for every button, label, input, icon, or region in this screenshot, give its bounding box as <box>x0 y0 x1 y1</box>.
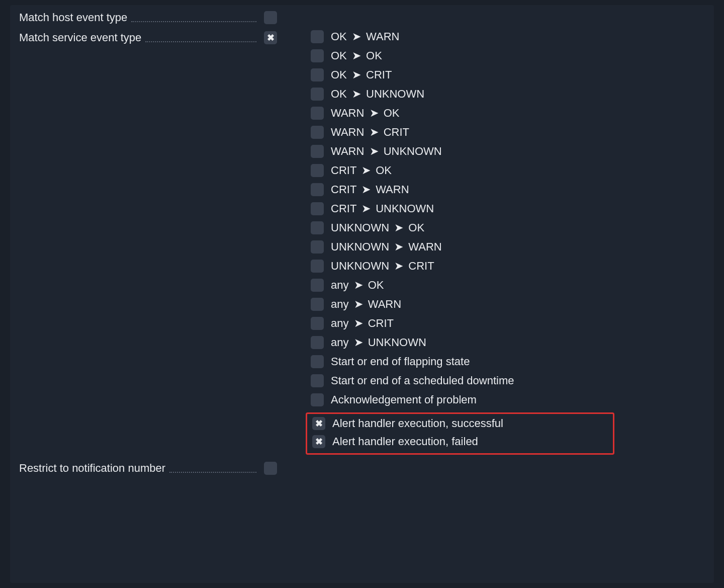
restrict-notif-toggle[interactable] <box>264 462 277 475</box>
service-option-checkbox-8[interactable] <box>311 183 324 196</box>
option-label: WARN ➤ OK <box>331 107 399 120</box>
service-option-checkbox-12[interactable] <box>311 260 324 273</box>
option-item: OK ➤ OK <box>311 49 705 62</box>
option-item: WARN ➤ CRIT <box>311 126 705 139</box>
option-item: any ➤ WARN <box>311 298 705 311</box>
row-match-host: Match host event type <box>19 10 705 24</box>
option-label: CRIT ➤ OK <box>331 164 392 177</box>
service-extra-checkbox-1[interactable] <box>311 374 324 387</box>
toggle-col <box>260 30 281 44</box>
arrow-icon: ➤ <box>354 336 363 349</box>
toggle-col <box>260 461 281 475</box>
option-item: UNKNOWN ➤ CRIT <box>311 260 705 273</box>
option-label: any ➤ WARN <box>331 298 401 311</box>
option-label: OK ➤ OK <box>331 49 382 62</box>
service-option-checkbox-5[interactable] <box>311 126 324 139</box>
service-option-checkbox-16[interactable] <box>311 336 324 349</box>
arrow-icon: ➤ <box>394 240 403 254</box>
option-label: Acknowledgement of problem <box>331 393 477 406</box>
option-item: any ➤ CRIT <box>311 317 705 330</box>
option-label: Start or end of a scheduled downtime <box>331 374 514 387</box>
arrow-icon: ➤ <box>354 298 363 311</box>
option-item: CRIT ➤ OK <box>311 164 705 177</box>
option-label: UNKNOWN ➤ CRIT <box>331 260 434 273</box>
option-item: any ➤ OK <box>311 279 705 292</box>
arrow-icon: ➤ <box>352 49 361 62</box>
arrow-icon: ➤ <box>361 183 371 196</box>
option-label: any ➤ UNKNOWN <box>331 336 426 349</box>
option-item: CRIT ➤ UNKNOWN <box>311 202 705 215</box>
option-item: any ➤ UNKNOWN <box>311 336 705 349</box>
service-extra-checkbox-2[interactable] <box>311 393 324 406</box>
arrow-icon: ➤ <box>370 145 379 158</box>
option-item: Start or end of a scheduled downtime <box>311 374 705 387</box>
dots-filler <box>169 464 256 473</box>
row-match-service: Match service event type OK ➤ WARNOK ➤ O… <box>19 30 705 455</box>
option-label: Start or end of flapping state <box>331 355 470 368</box>
service-highlight-checkbox-1[interactable] <box>312 435 325 448</box>
option-label: OK ➤ WARN <box>331 30 399 43</box>
option-item: Alert handler execution, failed <box>312 435 608 448</box>
arrow-icon: ➤ <box>394 260 403 273</box>
option-label: WARN ➤ UNKNOWN <box>331 145 442 158</box>
option-item: UNKNOWN ➤ WARN <box>311 240 705 254</box>
option-label: Alert handler execution, successful <box>332 417 503 430</box>
row-restrict-notif: Restrict to notification number <box>19 461 705 475</box>
service-option-checkbox-4[interactable] <box>311 107 324 120</box>
service-option-checkbox-9[interactable] <box>311 202 324 215</box>
option-item: Alert handler execution, successful <box>312 417 608 430</box>
service-option-checkbox-6[interactable] <box>311 145 324 158</box>
service-option-checkbox-0[interactable] <box>311 30 324 43</box>
service-option-checkbox-1[interactable] <box>311 49 324 62</box>
service-option-checkbox-7[interactable] <box>311 164 324 177</box>
option-label: CRIT ➤ WARN <box>331 183 409 196</box>
highlight-box: Alert handler execution, successfulAlert… <box>306 412 614 455</box>
arrow-icon: ➤ <box>352 68 361 81</box>
arrow-icon: ➤ <box>352 88 361 101</box>
option-item: WARN ➤ UNKNOWN <box>311 145 705 158</box>
option-item: OK ➤ CRIT <box>311 68 705 81</box>
option-item: WARN ➤ OK <box>311 107 705 120</box>
label-col: Restrict to notification number <box>19 461 260 475</box>
option-item: CRIT ➤ WARN <box>311 183 705 196</box>
arrow-icon: ➤ <box>361 202 371 215</box>
match-host-label: Match host event type <box>19 11 127 24</box>
arrow-icon: ➤ <box>370 107 379 120</box>
service-option-checkbox-13[interactable] <box>311 279 324 292</box>
service-option-checkbox-3[interactable] <box>311 88 324 101</box>
service-option-checkbox-14[interactable] <box>311 298 324 311</box>
toggle-col <box>260 10 281 24</box>
option-label: any ➤ CRIT <box>331 317 394 330</box>
service-option-checkbox-2[interactable] <box>311 68 324 81</box>
option-label: UNKNOWN ➤ WARN <box>331 240 442 254</box>
arrow-icon: ➤ <box>354 279 363 292</box>
arrow-icon: ➤ <box>361 164 371 177</box>
form-container: Match host event type Match service even… <box>10 5 714 583</box>
arrow-icon: ➤ <box>352 30 361 43</box>
option-item: UNKNOWN ➤ OK <box>311 221 705 234</box>
dots-filler <box>131 13 256 22</box>
option-label: OK ➤ UNKNOWN <box>331 88 424 101</box>
restrict-notif-label: Restrict to notification number <box>19 462 165 475</box>
option-label: CRIT ➤ UNKNOWN <box>331 202 434 215</box>
label-col: Match service event type <box>19 30 260 44</box>
service-option-checkbox-10[interactable] <box>311 221 324 234</box>
service-highlight-checkbox-0[interactable] <box>312 417 325 430</box>
service-option-checkbox-11[interactable] <box>311 240 324 254</box>
arrow-icon: ➤ <box>354 317 363 330</box>
option-item: OK ➤ WARN <box>311 30 705 43</box>
label-col: Match host event type <box>19 10 260 24</box>
match-host-toggle[interactable] <box>264 11 277 24</box>
dots-filler <box>145 33 256 42</box>
arrow-icon: ➤ <box>370 126 379 139</box>
option-label: Alert handler execution, failed <box>332 435 478 448</box>
match-service-label: Match service event type <box>19 31 141 44</box>
option-item: OK ➤ UNKNOWN <box>311 88 705 101</box>
service-extra-checkbox-0[interactable] <box>311 355 324 368</box>
option-item: Acknowledgement of problem <box>311 393 705 406</box>
service-options-list: OK ➤ WARNOK ➤ OKOK ➤ CRITOK ➤ UNKNOWNWAR… <box>281 30 705 455</box>
option-item: Start or end of flapping state <box>311 355 705 368</box>
option-label: any ➤ OK <box>331 279 384 292</box>
match-service-toggle[interactable] <box>264 31 277 44</box>
service-option-checkbox-15[interactable] <box>311 317 324 330</box>
